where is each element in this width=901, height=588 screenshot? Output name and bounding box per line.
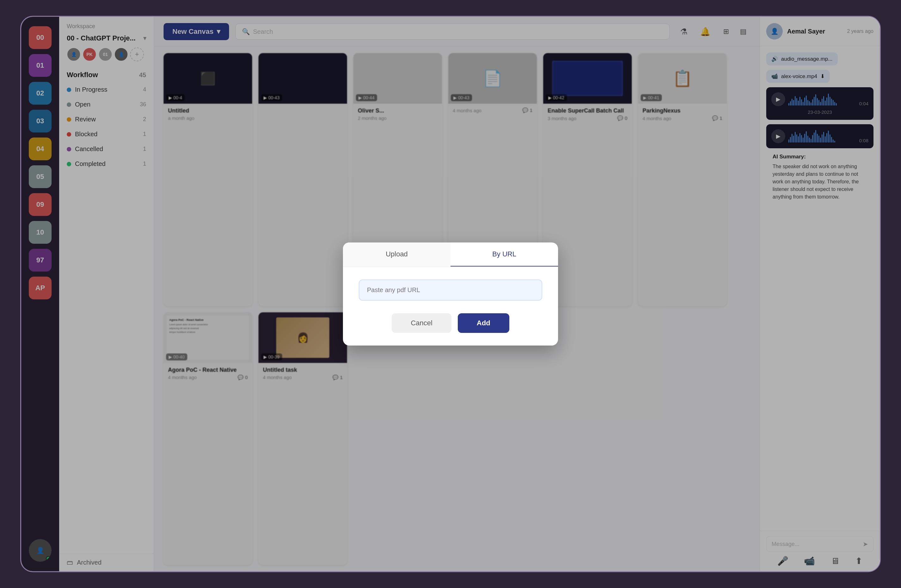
tab-upload[interactable]: Upload bbox=[343, 243, 450, 266]
modal-overlay: Upload By URL Cancel Add bbox=[21, 17, 880, 571]
url-input[interactable] bbox=[359, 280, 542, 301]
tab-by-url[interactable]: By URL bbox=[450, 243, 558, 266]
modal-tabs: Upload By URL bbox=[343, 243, 558, 267]
modal-body bbox=[343, 267, 558, 313]
cancel-button[interactable]: Cancel bbox=[392, 313, 451, 333]
modal-actions: Cancel Add bbox=[343, 313, 558, 345]
url-upload-modal: Upload By URL Cancel Add bbox=[343, 243, 558, 345]
add-button[interactable]: Add bbox=[458, 313, 509, 333]
